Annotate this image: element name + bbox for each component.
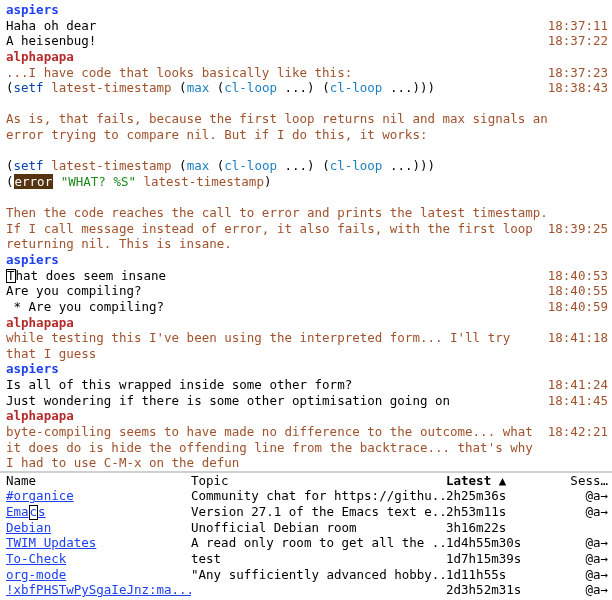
chat-body: Haha oh dear xyxy=(6,18,540,34)
chat-body: As is, that fails, because the first loo… xyxy=(6,111,548,142)
col-header-session[interactable]: Sess… xyxy=(546,473,608,489)
chat-timestamp: 18:41:24 xyxy=(540,377,608,393)
chat-body: alphapapa xyxy=(6,49,548,65)
chat-timestamp: 18:41:18 xyxy=(540,330,608,346)
chat-line: Are you compiling?18:40:55 xyxy=(6,283,608,299)
chat-body: ...I have code that looks basically like… xyxy=(6,65,540,81)
room-session: @a→ xyxy=(546,582,608,598)
chat-line: As is, that fails, because the first loo… xyxy=(6,111,608,142)
chat-body: (setf latest-timestamp (max (cl-loop ...… xyxy=(6,158,548,174)
chat-timestamp: 18:40:59 xyxy=(540,299,608,315)
chat-pane[interactable]: aspiersHaha oh dear18:37:11A heisenbug!1… xyxy=(0,0,612,471)
room-latest: 3h16m22s xyxy=(446,520,546,536)
room-session: @a→ xyxy=(546,488,608,504)
chat-body: * Are you compiling? xyxy=(6,299,540,315)
rooms-row[interactable]: !xbfPHSTwPySgaIeJnz:ma...2d3h52m31s@a→ xyxy=(6,582,608,598)
room-name-link[interactable]: Debian xyxy=(6,520,51,535)
room-topic: "Any sufficiently advanced hobby... xyxy=(191,567,446,583)
chat-nick: alphapapa xyxy=(6,49,74,64)
chat-body: Is all of this wrapped inside some other… xyxy=(6,377,540,393)
room-session xyxy=(546,520,608,536)
chat-nick: aspiers xyxy=(6,252,59,267)
chat-line: alphapapa xyxy=(6,408,608,424)
chat-line xyxy=(6,143,608,159)
chat-body xyxy=(6,143,548,159)
chat-body: alphapapa xyxy=(6,315,548,331)
chat-line: aspiers xyxy=(6,252,608,268)
chat-nick: aspiers xyxy=(6,361,59,376)
chat-body: (error "WHAT? %S" latest-timestamp) xyxy=(6,174,548,190)
chat-timestamp: 18:42:21 xyxy=(540,424,608,440)
rooms-pane[interactable]: NameTopicLatest ▲Sess…#organiceCommunity… xyxy=(0,473,612,600)
chat-line: Then the code reaches the call to error … xyxy=(6,205,608,221)
rooms-row[interactable]: org-mode"Any sufficiently advanced hobby… xyxy=(6,567,608,583)
chat-timestamp: 18:40:53 xyxy=(540,268,608,284)
chat-line: (setf latest-timestamp (max (cl-loop ...… xyxy=(6,80,608,96)
chat-line: aspiers xyxy=(6,361,608,377)
room-latest: 2h25m36s xyxy=(446,488,546,504)
room-topic xyxy=(191,582,446,598)
room-latest: 1d7h15m39s xyxy=(446,551,546,567)
chat-timestamp: 18:41:45 xyxy=(540,393,608,409)
chat-line: A heisenbug!18:37:22 xyxy=(6,33,608,49)
rooms-row[interactable]: DebianUnofficial Debian room3h16m22s xyxy=(6,520,608,536)
chat-line xyxy=(6,190,608,206)
chat-body: If I call message instead of error, it a… xyxy=(6,221,540,252)
room-name-link[interactable]: Emacs xyxy=(6,504,46,519)
rooms-row[interactable]: TWIM UpdatesA read only room to get all … xyxy=(6,535,608,551)
room-session: @a→ xyxy=(546,567,608,583)
chat-nick: alphapapa xyxy=(6,315,74,330)
room-topic: Community chat for https://githu... xyxy=(191,488,446,504)
room-latest: 1d4h55m30s xyxy=(446,535,546,551)
room-name-link[interactable]: TWIM Updates xyxy=(6,535,96,550)
chat-line: Haha oh dear18:37:11 xyxy=(6,18,608,34)
chat-line: If I call message instead of error, it a… xyxy=(6,221,608,252)
chat-body: That does seem insane xyxy=(6,268,540,284)
rooms-row[interactable]: #organiceCommunity chat for https://gith… xyxy=(6,488,608,504)
col-header-topic[interactable]: Topic xyxy=(191,473,446,489)
room-topic: test xyxy=(191,551,446,567)
chat-body: aspiers xyxy=(6,2,548,18)
chat-body: Then the code reaches the call to error … xyxy=(6,205,548,221)
room-name-link[interactable]: To-Check xyxy=(6,551,66,566)
chat-body: Are you compiling? xyxy=(6,283,540,299)
chat-timestamp: 18:37:11 xyxy=(540,18,608,34)
chat-line: byte-compiling seems to have made no dif… xyxy=(6,424,608,471)
chat-line: aspiers xyxy=(6,2,608,18)
rooms-header[interactable]: NameTopicLatest ▲Sess… xyxy=(6,473,608,489)
chat-timestamp: 18:39:25 xyxy=(540,221,608,237)
room-topic: Version 27.1 of the Emacs text e... xyxy=(191,504,446,520)
chat-timestamp: 18:38:43 xyxy=(540,80,608,96)
chat-line: ...I have code that looks basically like… xyxy=(6,65,608,81)
chat-line: Just wondering if there is some other op… xyxy=(6,393,608,409)
chat-body: alphapapa xyxy=(6,408,548,424)
chat-line: (setf latest-timestamp (max (cl-loop ...… xyxy=(6,158,608,174)
chat-line xyxy=(6,96,608,112)
room-name-link[interactable]: org-mode xyxy=(6,567,66,582)
rooms-row[interactable]: To-Checktest1d7h15m39s@a→ xyxy=(6,551,608,567)
room-latest: 2h53m11s xyxy=(446,504,546,520)
room-session: @a→ xyxy=(546,535,608,551)
room-latest: 2d3h52m31s xyxy=(446,582,546,598)
col-header-name[interactable]: Name xyxy=(6,473,191,489)
chat-line: Is all of this wrapped inside some other… xyxy=(6,377,608,393)
room-topic: Unofficial Debian room xyxy=(191,520,446,536)
chat-line: alphapapa xyxy=(6,315,608,331)
col-header-latest[interactable]: Latest ▲ xyxy=(446,473,506,488)
chat-line: while testing this I've been using the i… xyxy=(6,330,608,361)
rooms-row[interactable]: EmacsVersion 27.1 of the Emacs text e...… xyxy=(6,504,608,520)
room-name-link[interactable]: #organice xyxy=(6,488,74,503)
chat-timestamp: 18:37:23 xyxy=(540,65,608,81)
chat-line: That does seem insane18:40:53 xyxy=(6,268,608,284)
chat-body xyxy=(6,190,548,206)
room-session: @a→ xyxy=(546,504,608,520)
room-latest: 1d11h55s xyxy=(446,567,546,583)
chat-timestamp: 18:40:55 xyxy=(540,283,608,299)
chat-body: A heisenbug! xyxy=(6,33,540,49)
room-topic: A read only room to get all the ... xyxy=(191,535,446,551)
chat-line: (error "WHAT? %S" latest-timestamp) xyxy=(6,174,608,190)
room-name-link[interactable]: !xbfPHSTwPySgaIeJnz:ma... xyxy=(6,582,191,597)
chat-body: Just wondering if there is some other op… xyxy=(6,393,540,409)
chat-body: aspiers xyxy=(6,361,548,377)
room-session: @a→ xyxy=(546,551,608,567)
